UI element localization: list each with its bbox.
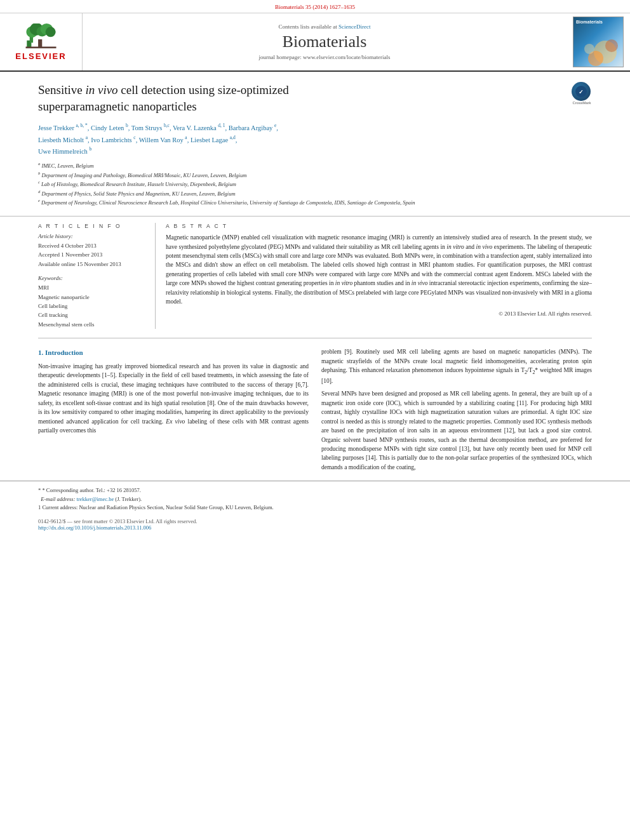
issn-line: 0142-9612/$ — see front matter © 2013 El… [38, 518, 592, 524]
intro-para1: Non-invasive imaging has greatly improve… [38, 362, 309, 436]
body-left-column: 1. Introduction Non-invasive imaging has… [38, 347, 309, 476]
contents-line: Contents lists available at ScienceDirec… [279, 23, 371, 30]
keyword-cell-tracking: Cell tracking [38, 310, 147, 319]
abstract-label: A B S T R A C T [166, 223, 592, 229]
article-title: Sensitive in vivo cell detection using s… [38, 82, 592, 114]
affiliation-c: c Lab of Histology, Biomedical Research … [38, 179, 592, 189]
sciencedirect-link[interactable]: ScienceDirect [338, 23, 370, 30]
elsevier-logo: ELSEVIER [15, 51, 66, 61]
article-info-column: A R T I C L E I N F O Article history: R… [38, 223, 156, 329]
doi-line: http://dx.doi.org/10.1016/j.biomaterials… [38, 524, 592, 531]
keyword-mscs: Mesenchymal stem cells [38, 320, 147, 329]
svg-point-6 [46, 27, 56, 37]
received-date: Received 4 October 2013 [38, 241, 147, 250]
affiliation-b: b Department of Imaging and Pathology, B… [38, 170, 592, 180]
available-date: Available online 15 November 2013 [38, 260, 147, 269]
body-right-para2: Several MNPs have been designed and prop… [321, 389, 592, 472]
bottom-bar: 0142-9612/$ — see front matter © 2013 El… [0, 514, 630, 535]
cover-decoration [573, 17, 624, 67]
accepted-date: Accepted 1 November 2013 [38, 250, 147, 259]
body-text-area: 1. Introduction Non-invasive imaging has… [0, 347, 630, 476]
email-link[interactable]: trekker@imec.be [77, 496, 114, 502]
copyright-line: © 2013 Elsevier Ltd. All rights reserved… [166, 310, 592, 317]
article-title-area: Sensitive in vivo cell detection using s… [0, 72, 630, 207]
abstract-column: A B S T R A C T Magnetic nanoparticle (M… [166, 223, 592, 329]
article-info-label: A R T I C L E I N F O [38, 223, 147, 229]
journal-cover-area: Biomaterials [566, 13, 630, 70]
journal-title-area: Contents lists available at ScienceDirec… [83, 13, 566, 70]
article-history-label: Article history: [38, 233, 147, 239]
affiliation-e: e Department of Neurology, Clinical Neur… [38, 197, 592, 207]
footnote-corresponding: * * Corresponding author. Tel.: +32 16 2… [38, 486, 592, 495]
crossmark-label: CrossMark [572, 101, 592, 105]
citation-text: Biomaterials 35 (2014) 1627–1635 [275, 4, 355, 10]
journal-title: Biomaterials [283, 32, 367, 51]
doi-link[interactable]: http://dx.doi.org/10.1016/j.biomaterials… [38, 524, 151, 531]
elsevier-tree-icon [23, 23, 58, 49]
elsevier-branding: ELSEVIER [0, 13, 83, 70]
svg-rect-7 [38, 39, 42, 46]
body-right-para1: problem [9]. Routinely used MR cell labe… [321, 347, 592, 385]
affiliation-d: d Department of Physics, Solid State Phy… [38, 189, 592, 198]
svg-point-11 [605, 39, 618, 52]
section-divider [38, 338, 592, 338]
body-right-column: problem [9]. Routinely used MR cell labe… [321, 347, 592, 476]
svg-rect-8 [26, 46, 57, 48]
article-info-abstract-area: A R T I C L E I N F O Article history: R… [0, 216, 630, 329]
citation-bar: Biomaterials 35 (2014) 1627–1635 [0, 0, 630, 13]
svg-point-12 [584, 44, 594, 54]
svg-text:✓: ✓ [579, 89, 584, 95]
keywords-label: Keywords: [38, 275, 147, 281]
footnote-current: 1 Current address: Nuclear and Radiation… [38, 503, 592, 512]
journal-cover-image: Biomaterials [573, 17, 624, 67]
footnote-email: E-mail address: trekker@imec.be (J. Trek… [38, 495, 592, 503]
affiliation-a: a IMEC, Leuven, Belgium [38, 161, 592, 170]
keyword-mnp: Magnetic nanoparticle [38, 293, 147, 302]
footnotes-area: * * Corresponding author. Tel.: +32 16 2… [0, 481, 630, 512]
page: Biomaterials 35 (2014) 1627–1635 ELSEVIE… [0, 0, 630, 840]
affiliations-block: a IMEC, Leuven, Belgium b Department of … [38, 161, 592, 207]
crossmark-icon: ✓ [572, 82, 591, 101]
crossmark-badge-area: ✓ CrossMark [572, 82, 592, 102]
keyword-cell-labeling: Cell labeling [38, 302, 147, 310]
journal-homepage: journal homepage: www.elsevier.com/locat… [259, 54, 391, 60]
journal-header: ELSEVIER Contents lists available at Sci… [0, 13, 630, 72]
authors-line: Jesse Trekker a, b, *, Cindy Leten b, To… [38, 122, 592, 157]
abstract-text: Magnetic nanoparticle (MNP) enabled cell… [166, 233, 592, 307]
keyword-mri: MRI [38, 283, 147, 292]
intro-heading: 1. Introduction [38, 347, 309, 358]
crossmark-svg: ✓ [575, 85, 587, 98]
